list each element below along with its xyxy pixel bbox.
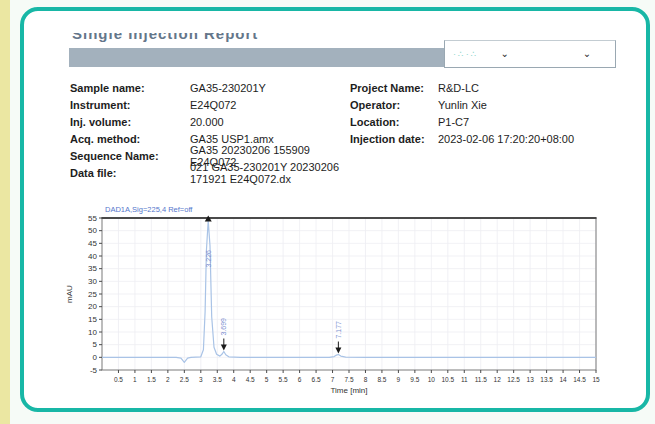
field-label: Location: <box>350 116 438 128</box>
sample-metadata: Sample name: GA35-230201Y Project Name: … <box>70 79 636 181</box>
x-tick-label: 12 <box>494 376 502 383</box>
chart-title: DAD1A,Sig=225,4 Ref=off <box>105 205 193 214</box>
y-tick-label: 10 <box>88 328 97 337</box>
y-tick-label: 55 <box>88 214 97 223</box>
chromatogram-chart: -505101520253035404550550.511.522.533.54… <box>60 200 620 410</box>
x-tick-label: 11 <box>461 376 468 383</box>
field-value: GA35-230201Y <box>190 82 350 94</box>
peak-label: 3.699 <box>220 318 227 336</box>
x-tick-label: 3 <box>199 376 203 383</box>
x-tick-label: 11.5 <box>475 376 488 383</box>
y-tick-label: 45 <box>88 239 97 248</box>
x-tick-label: 2.5 <box>180 376 189 383</box>
y-tick-label: 35 <box>88 264 97 273</box>
field-label: Operator: <box>350 99 438 111</box>
peak-arrow-marker <box>335 348 341 354</box>
meta-row-data-file: Data file: 021 GA35-230201Y 20230206 171… <box>70 164 636 181</box>
y-tick-label: 40 <box>88 252 97 261</box>
x-tick-label: 2 <box>166 376 170 383</box>
peak-arrow-marker <box>221 345 227 351</box>
field-label: Inj. volume: <box>70 116 190 128</box>
field-value: 021 GA35-230201Y 20230206 171921 E24Q072… <box>190 161 350 185</box>
report-title-text: Single Injection Report <box>72 33 258 42</box>
y-tick-label: 5 <box>93 340 98 349</box>
field-value: E24Q072 <box>190 99 350 111</box>
x-tick-label: 5.5 <box>279 376 288 383</box>
x-tick-label: 8.5 <box>377 376 386 383</box>
field-label: Project Name: <box>350 82 438 94</box>
header-toolbar[interactable]: ·∴·∴ ⌄ ⌄ <box>444 40 616 68</box>
chromatogram-svg: -505101520253035404550550.511.522.533.54… <box>60 200 620 410</box>
y-tick-label: 30 <box>88 277 97 286</box>
x-tick-label: 7.5 <box>344 376 353 383</box>
x-tick-label: 9.5 <box>410 376 419 383</box>
meta-row-sample-name: Sample name: GA35-230201Y Project Name: … <box>70 79 636 96</box>
meta-row-inj-volume: Inj. volume: 20.000 Location: P1-C7 <box>70 113 636 130</box>
field-label: Acq. method: <box>70 133 190 145</box>
x-axis-label: Time [min] <box>330 386 367 395</box>
field-value: P1-C7 <box>438 116 636 128</box>
field-value: Yunlin Xie <box>438 99 636 111</box>
y-tick-label: 20 <box>88 302 97 311</box>
x-tick-label: 13 <box>527 376 535 383</box>
x-tick-label: 6.5 <box>312 376 321 383</box>
x-tick-label: 7 <box>331 376 335 383</box>
watermark-icon: ·∴·∴ <box>453 49 478 59</box>
chevron-down-icon[interactable]: ⌄ <box>500 49 508 59</box>
x-tick-label: 10.5 <box>441 376 454 383</box>
x-tick-label: 1.5 <box>147 376 156 383</box>
x-tick-label: 4 <box>232 376 236 383</box>
x-tick-label: 14 <box>559 376 567 383</box>
meta-row-sequence-name: Sequence Name: GA35 20230206 155909 E24Q… <box>70 147 636 164</box>
x-tick-label: 4.5 <box>246 376 255 383</box>
x-tick-label: 3.5 <box>213 376 222 383</box>
x-tick-label: 6 <box>298 376 302 383</box>
y-axis-label: mAU <box>65 285 74 303</box>
x-tick-label: 15 <box>592 376 600 383</box>
report-title-clipped: Single Injection Report <box>70 33 370 48</box>
y-tick-label: 25 <box>88 290 97 299</box>
x-tick-label: 1 <box>133 376 137 383</box>
field-label: Instrument: <box>70 99 190 111</box>
x-tick-label: 8 <box>364 376 368 383</box>
y-tick-label: 0 <box>93 353 98 362</box>
x-tick-label: 5 <box>265 376 269 383</box>
peak-label: 7.177 <box>335 321 342 339</box>
y-tick-label: -5 <box>90 366 98 375</box>
x-tick-label: 0.5 <box>114 376 123 383</box>
x-tick-label: 14.5 <box>573 376 586 383</box>
meta-row-instrument: Instrument: E24Q072 Operator: Yunlin Xie <box>70 96 636 113</box>
x-tick-label: 13.5 <box>540 376 553 383</box>
report-header-bar <box>69 48 444 67</box>
x-tick-label: 9 <box>397 376 401 383</box>
report-card: Single Injection Report ·∴·∴ ⌄ ⌄ Sample … <box>20 7 650 412</box>
field-value: 20.000 <box>190 116 350 128</box>
field-label: Injection date: <box>350 133 438 145</box>
field-label: Sample name: <box>70 82 190 94</box>
report-page: { "page": { "left_strip_color": "#ebe7a2… <box>0 0 655 424</box>
field-value: R&D-LC <box>438 82 636 94</box>
field-label: Data file: <box>70 167 190 179</box>
page-edge-strip <box>0 0 10 424</box>
field-value: 2023-02-06 17:20:20+08:00 <box>438 133 636 145</box>
peak-label: 3.226 <box>205 250 212 268</box>
meta-row-acq-method: Acq. method: GA35 USP1.amx Injection dat… <box>70 130 636 147</box>
x-tick-label: 12.5 <box>507 376 520 383</box>
field-label: Sequence Name: <box>70 150 190 162</box>
y-tick-label: 15 <box>88 315 97 324</box>
x-tick-label: 10 <box>428 376 436 383</box>
y-tick-label: 50 <box>88 226 97 235</box>
chevron-down-icon[interactable]: ⌄ <box>583 49 591 59</box>
